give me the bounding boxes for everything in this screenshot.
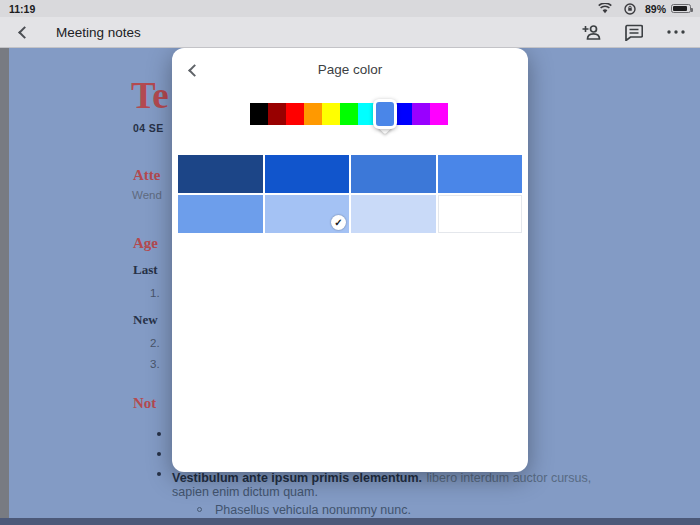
comment-icon[interactable]	[624, 22, 644, 42]
hue-selected-marker[interactable]	[373, 99, 397, 129]
shade-swatch[interactable]	[351, 155, 436, 193]
hue-segment[interactable]	[268, 103, 286, 125]
rotation-lock-icon	[620, 0, 640, 19]
page-color-dialog: Page color ✓	[172, 48, 528, 472]
hue-segment[interactable]	[250, 103, 268, 125]
person-add-icon[interactable]	[582, 22, 602, 42]
hue-segment[interactable]	[286, 103, 304, 125]
check-icon: ✓	[331, 215, 346, 230]
battery-percent: 89%	[645, 3, 666, 15]
shade-swatch-grid: ✓	[178, 155, 522, 233]
back-chevron-icon[interactable]	[14, 22, 34, 42]
shade-swatch[interactable]	[178, 155, 263, 193]
document-title: Meeting notes	[56, 25, 141, 40]
back-chevron-icon[interactable]	[186, 62, 202, 78]
dialog-title: Page color	[318, 62, 383, 77]
status-time: 11:19	[9, 3, 35, 15]
shade-swatch[interactable]	[178, 195, 263, 233]
shade-swatch[interactable]	[438, 155, 523, 193]
hue-palette-bar	[250, 103, 448, 125]
status-bar: 11:19 89%	[0, 0, 700, 17]
hue-segment[interactable]	[412, 103, 430, 125]
shade-swatch[interactable]	[265, 155, 350, 193]
hue-segment[interactable]	[430, 103, 448, 125]
hue-segment[interactable]	[340, 103, 358, 125]
shade-swatch[interactable]	[438, 195, 523, 233]
hue-segment[interactable]	[304, 103, 322, 125]
battery-icon	[671, 4, 691, 13]
dialog-header: Page color	[172, 48, 528, 90]
shade-swatch[interactable]: ✓	[265, 195, 350, 233]
app-toolbar: Meeting notes	[0, 17, 700, 48]
hue-segment[interactable]	[322, 103, 340, 125]
wifi-icon	[595, 0, 615, 19]
overflow-menu-icon[interactable]	[666, 22, 686, 42]
shade-swatch[interactable]	[351, 195, 436, 233]
